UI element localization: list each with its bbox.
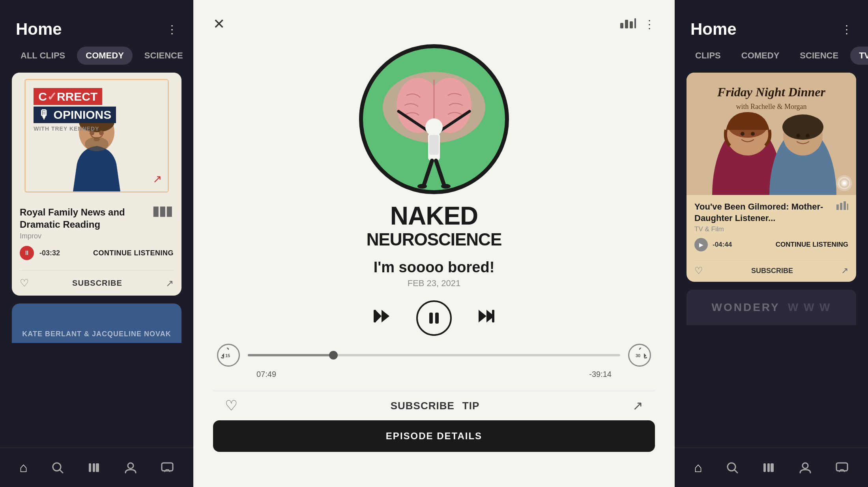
right-episode-title-row: You've Been Gilmored: Mother-Daughter Li…	[694, 201, 848, 224]
more-options-icon[interactable]: ⋮	[644, 18, 655, 31]
svg-rect-9	[93, 463, 95, 472]
right-partial-card: WONDERY W W W	[687, 290, 856, 325]
right-tab-clips[interactable]: CLIPS	[687, 47, 730, 65]
card-actions: ♡ SUBSCRIBE ↗	[12, 275, 181, 296]
episode-date: FEB 23, 2021	[217, 278, 651, 288]
svg-point-51	[741, 132, 745, 136]
tab-comedy[interactable]: COMEDY	[77, 47, 133, 65]
co-with: WITH TREY KENNEDY	[34, 125, 99, 132]
heart-icon[interactable]: ♡	[20, 277, 29, 289]
continue-listening[interactable]: CONTINUE LISTENING	[93, 249, 174, 257]
right-nav-profile[interactable]	[799, 461, 812, 474]
right-tab-tv-film[interactable]: TV & FILM	[850, 47, 868, 65]
subscribe-button[interactable]: SUBSCRIBE	[72, 279, 122, 288]
friday-night-dinner-artwork: Friday Night Dinner with Rachelle & Morg…	[687, 73, 856, 195]
co-inner: C✓RRECT 🎙 OPINIONS WITH TREY KENNEDY	[24, 79, 169, 193]
center-panel: ✕ ⋮	[193, 0, 675, 487]
co-correct: C✓RRECT	[34, 88, 102, 105]
svg-marker-43	[644, 353, 646, 358]
svg-rect-68	[763, 463, 766, 472]
heart-icon-center[interactable]: ♡	[225, 397, 238, 414]
left-panel: Home ⋮ ALL CLIPS COMEDY SCIENCE TV & C✓R…	[0, 0, 193, 487]
tab-science[interactable]: SCIENCE	[136, 47, 192, 65]
svg-point-71	[803, 463, 808, 468]
svg-line-7	[60, 470, 63, 473]
svg-point-52	[751, 132, 755, 136]
nav-messages[interactable]	[161, 461, 174, 474]
svg-rect-36	[435, 313, 439, 324]
bars-icon: ▊▊▊	[153, 207, 174, 217]
right-nav-home[interactable]: ⌂	[694, 460, 702, 475]
right-episode-title: You've Been Gilmored: Mother-Daughter Li…	[694, 201, 833, 224]
left-title: Home	[16, 20, 62, 39]
svg-rect-8	[89, 463, 91, 472]
right-heart-icon[interactable]: ♡	[694, 265, 703, 276]
svg-rect-14	[625, 20, 628, 28]
nav-profile[interactable]	[124, 461, 137, 474]
naked-neuroscience-artwork	[193, 40, 675, 202]
right-continue-listening[interactable]: CONTINUE LISTENING	[776, 241, 848, 249]
skip-to-next-button[interactable]	[475, 306, 496, 331]
card-category: Improv	[20, 232, 174, 240]
right-category-tabs: CLIPS COMEDY SCIENCE TV & FILM	[675, 47, 868, 65]
right-nav-messages[interactable]	[835, 461, 849, 474]
episode-name: I'm soooo bored!	[217, 259, 651, 276]
right-play-button[interactable]: ▶	[694, 238, 708, 251]
svg-rect-63	[840, 203, 842, 210]
card-divider	[20, 270, 174, 271]
svg-text:Friday Night Dinner: Friday Night Dinner	[717, 85, 825, 99]
playback-bars-icon	[620, 17, 636, 31]
episode-title: Royal Family News and Dramatic Reading	[20, 206, 150, 230]
svg-rect-64	[844, 201, 846, 210]
center-actions: ♡ SUBSCRIBE TIP ↗	[193, 397, 675, 414]
right-header: Home ⋮	[675, 0, 868, 47]
svg-point-28	[417, 184, 427, 189]
svg-point-60	[843, 182, 846, 185]
svg-point-55	[782, 114, 823, 140]
svg-rect-15	[630, 21, 633, 28]
left-menu-icon[interactable]: ⋮	[166, 23, 178, 36]
left-podcast-card: C✓RRECT 🎙 OPINIONS WITH TREY KENNEDY	[12, 73, 181, 296]
share-icon[interactable]: ↗	[166, 278, 174, 289]
right-card-info: You've Been Gilmored: Mother-Daughter Li…	[687, 195, 856, 256]
nav-home[interactable]: ⌂	[19, 460, 28, 475]
center-divider	[213, 391, 655, 391]
subscribe-button-center[interactable]: SUBSCRIBE	[391, 400, 455, 412]
svg-marker-37	[479, 310, 486, 322]
right-share-icon[interactable]: ↗	[841, 266, 848, 276]
correct-opinions-artwork: C✓RRECT 🎙 OPINIONS WITH TREY KENNEDY	[12, 73, 181, 199]
skip-to-previous-button[interactable]	[372, 306, 393, 331]
right-nav-search[interactable]	[726, 461, 739, 474]
episode-details-button[interactable]: EPISODE DETAILS	[213, 420, 655, 452]
progress-section: 15 30 07:49 -39:14	[193, 340, 675, 384]
right-tab-comedy[interactable]: COMEDY	[733, 47, 788, 65]
right-menu-icon[interactable]: ⋮	[841, 23, 852, 36]
skip-back-15-button[interactable]: 15	[217, 344, 240, 367]
close-button[interactable]: ✕	[213, 16, 225, 32]
skip-forward-30-button[interactable]: 30	[628, 344, 651, 367]
nav-library[interactable]	[87, 461, 101, 474]
progress-thumb[interactable]	[329, 351, 338, 360]
progress-track[interactable]	[248, 354, 620, 356]
pause-button-center[interactable]	[416, 300, 452, 336]
svg-text:15: 15	[225, 353, 230, 358]
card-progress-row: ⏸ -03:32 CONTINUE LISTENING	[20, 246, 174, 260]
wondery-text: WONDERY	[711, 301, 780, 314]
svg-point-11	[128, 463, 133, 468]
podcast-title-section: NAKED NEUROSCIENCE	[193, 202, 675, 249]
tip-button[interactable]: TIP	[462, 400, 479, 412]
right-nav-library[interactable]	[762, 461, 775, 474]
nav-search[interactable]	[51, 461, 64, 474]
right-subscribe-button[interactable]: SUBSCRIBE	[751, 267, 793, 275]
pause-button[interactable]: ⏸	[20, 246, 34, 260]
episode-title-section: I'm soooo bored! FEB 23, 2021	[193, 249, 675, 291]
svg-rect-70	[771, 463, 774, 472]
time-elapsed: 07:49	[256, 370, 276, 379]
right-tab-science[interactable]: SCIENCE	[791, 47, 847, 65]
svg-rect-13	[620, 23, 623, 28]
right-actions: ♡ SUBSCRIBE ↗	[687, 264, 856, 282]
left-card-info: Royal Family News and Dramatic Reading ▊…	[12, 199, 181, 266]
tab-all-clips[interactable]: ALL CLIPS	[12, 47, 74, 65]
share-icon-center[interactable]: ↗	[632, 398, 643, 413]
co-opinions: 🎙 OPINIONS	[34, 107, 116, 123]
